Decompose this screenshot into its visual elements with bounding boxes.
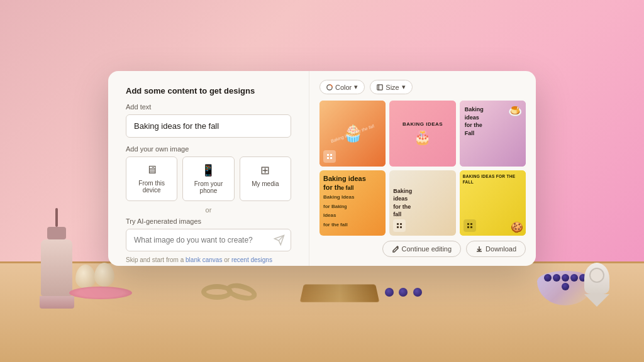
card5-badge <box>393 219 406 232</box>
svg-rect-5 <box>327 154 329 156</box>
design-grid: 🧁 Baking ideas for the fall BAK <box>319 101 526 236</box>
svg-rect-3 <box>377 84 382 89</box>
macarons-emoji: 🎂 <box>414 129 431 146</box>
grid-small-icon-3 <box>467 222 473 229</box>
loose-blueberries <box>384 288 423 299</box>
svg-rect-13 <box>467 223 469 225</box>
edit-icon <box>392 245 399 253</box>
card4-text: Baking ideasfor the fallBaking Ideasfor … <box>323 174 382 229</box>
svg-rect-16 <box>470 226 472 228</box>
my-media-button[interactable]: ⊞ My media <box>240 156 291 201</box>
ai-image-input[interactable] <box>126 229 291 251</box>
right-panel: Color ▾ Size ▾ 🧁 Baking ideas for the fa… <box>309 71 536 266</box>
coffee-grinder <box>38 211 75 299</box>
skip-text: Skip and start from a blank canvas or re… <box>126 256 291 263</box>
filter-bar: Color ▾ Size ▾ <box>319 80 526 94</box>
send-icon <box>274 234 285 246</box>
section-title: Add some content to get designs <box>126 86 291 96</box>
add-image-label: Add your own image <box>126 145 291 153</box>
svg-rect-12 <box>400 226 402 228</box>
my-media-label: My media <box>252 180 279 187</box>
recent-designs-link[interactable]: recent designs <box>231 256 272 263</box>
color-filter-button[interactable]: Color ▾ <box>319 80 365 94</box>
card5-text-block: Bakingideasfor thefall <box>393 187 412 219</box>
svg-rect-11 <box>397 226 399 228</box>
grid-small-icon <box>326 153 333 160</box>
svg-rect-15 <box>467 226 469 228</box>
svg-rect-8 <box>330 157 332 159</box>
size-icon <box>377 84 383 90</box>
image-buttons-group: 🖥 From this device 📱 From your phone ⊞ M… <box>126 156 291 201</box>
phone-icon: 📱 <box>201 163 215 177</box>
cookie-emoji: 🍪 <box>511 221 523 233</box>
bottom-actions: Continue editing Download <box>319 241 526 257</box>
wood-piece <box>300 285 379 302</box>
plate-with-eggs <box>69 287 132 299</box>
left-panel: Add some content to get designs Add text… <box>108 71 309 266</box>
color-chevron-icon: ▾ <box>354 83 358 91</box>
main-panel: Add some content to get designs Add text… <box>108 71 536 266</box>
from-phone-label: From your phone <box>187 180 230 194</box>
text-input[interactable] <box>126 114 291 138</box>
design-card-3[interactable]: Bakingideasfor theFall 🍮 <box>460 101 526 167</box>
card6-text: BAKING IDEAS FOR THE FALL <box>463 173 523 185</box>
decorative-rings <box>201 284 254 302</box>
design-card-4[interactable]: Baking ideasfor the fallBaking Ideasfor … <box>319 170 386 236</box>
kitchen-timer <box>584 263 609 307</box>
cake-emoji: 🍮 <box>508 104 522 118</box>
grid-small-icon-2 <box>396 222 402 229</box>
svg-rect-9 <box>397 223 399 225</box>
design-card-5[interactable]: Bakingideasfor thefall <box>389 170 455 236</box>
continue-editing-button[interactable]: Continue editing <box>382 241 462 257</box>
download-button[interactable]: Download <box>466 241 526 257</box>
ai-label: Try AI-generated images <box>126 217 291 225</box>
design-card-1[interactable]: 🧁 Baking ideas for the fall <box>319 101 386 167</box>
download-icon <box>475 245 483 253</box>
blank-canvas-link[interactable]: blank canvas <box>186 256 222 263</box>
or-divider: or <box>126 206 291 214</box>
svg-rect-10 <box>400 223 402 225</box>
size-chevron-icon: ▾ <box>402 83 406 91</box>
add-text-label: Add text <box>126 103 291 111</box>
download-label: Download <box>486 245 516 253</box>
design-card-2[interactable]: BAKING IDEAS 🎂 <box>389 101 455 167</box>
monitor-icon: 🖥 <box>146 163 157 177</box>
card2-title: BAKING IDEAS <box>402 121 443 127</box>
color-filter-label: Color <box>335 84 352 91</box>
from-device-label: From this device <box>130 180 173 194</box>
card1-badge <box>323 150 336 163</box>
card6-badge <box>464 219 476 232</box>
color-icon <box>326 84 333 90</box>
svg-rect-6 <box>330 154 332 156</box>
from-phone-button[interactable]: 📱 From your phone <box>182 156 234 201</box>
size-filter-button[interactable]: Size ▾ <box>370 80 412 94</box>
continue-editing-label: Continue editing <box>402 245 452 253</box>
ai-input-wrapper <box>126 229 291 251</box>
from-device-button[interactable]: 🖥 From this device <box>126 156 177 201</box>
grid-icon: ⊞ <box>260 163 270 177</box>
design-card-6[interactable]: BAKING IDEAS FOR THE FALL 🍪 <box>460 170 526 236</box>
size-filter-label: Size <box>386 84 399 91</box>
svg-rect-7 <box>327 157 329 159</box>
svg-rect-14 <box>470 223 472 225</box>
